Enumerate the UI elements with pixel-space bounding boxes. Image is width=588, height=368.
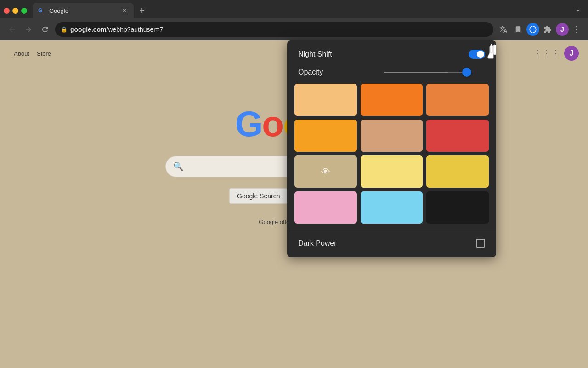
opacity-slider-container xyxy=(384,72,485,73)
night-shift-popup: Night Shift xyxy=(287,40,496,257)
color-swatch-6[interactable]: 👁 xyxy=(294,155,357,188)
url-bar[interactable]: 🔒 google.com/webhp?authuser=7 xyxy=(55,22,493,37)
dark-power-label: Dark Power xyxy=(298,239,337,247)
google-user-avatar[interactable]: J xyxy=(564,46,579,61)
window-controls xyxy=(4,8,27,14)
browser-chrome: G Google ✕ + 🔒 google.com/webhp?authuser… xyxy=(0,0,588,40)
lock-icon: 🔒 xyxy=(61,26,68,33)
color-swatch-7[interactable] xyxy=(361,155,423,188)
nav-about[interactable]: About xyxy=(14,50,29,57)
swatch-eye-icon: 👁 xyxy=(321,167,330,177)
close-button[interactable] xyxy=(4,8,10,14)
tab-list-button[interactable] xyxy=(571,4,584,17)
google-grid-icon[interactable]: ⋮⋮⋮ xyxy=(533,48,560,59)
color-swatch-5[interactable] xyxy=(426,120,489,152)
forward-button[interactable] xyxy=(22,23,35,36)
url-path: /webhp?authuser=7 xyxy=(107,26,163,33)
opacity-label: Opacity xyxy=(298,68,323,76)
color-swatch-1[interactable] xyxy=(361,84,423,116)
search-icon: 🔍 xyxy=(173,161,183,172)
nav-store[interactable]: Store xyxy=(37,50,51,57)
google-nav-right: ⋮⋮⋮ J xyxy=(533,46,579,61)
minimize-button[interactable] xyxy=(12,8,18,14)
menu-button[interactable]: ⋮ xyxy=(571,24,582,34)
svg-rect-1 xyxy=(493,45,496,55)
color-swatch-3[interactable] xyxy=(294,120,357,152)
google-nav-left: About Store xyxy=(9,50,51,57)
reload-button[interactable] xyxy=(39,23,51,36)
slider-fill xyxy=(384,72,448,73)
color-swatch-9[interactable] xyxy=(294,191,357,224)
logo-o1: o xyxy=(262,103,283,145)
color-swatch-0[interactable] xyxy=(294,84,357,116)
tab-bar: G Google ✕ + xyxy=(0,0,588,18)
tab-title: Google xyxy=(49,7,117,14)
back-button[interactable] xyxy=(6,23,18,36)
url-domain: google.com xyxy=(70,26,107,33)
night-shift-row: Night Shift xyxy=(287,40,496,66)
slider-track xyxy=(384,72,467,73)
bookmark-button[interactable] xyxy=(512,23,525,36)
night-shift-label: Night Shift xyxy=(298,50,332,58)
profile-avatar[interactable]: J xyxy=(556,23,569,36)
extensions-button[interactable] xyxy=(541,23,554,36)
opacity-row: Opacity xyxy=(287,66,496,84)
tab-close-button[interactable]: ✕ xyxy=(121,7,128,14)
night-shift-toggle[interactable] xyxy=(469,50,485,59)
address-bar: 🔒 google.com/webhp?authuser=7 J ⋮ xyxy=(0,18,588,40)
slider-thumb[interactable] xyxy=(462,68,471,77)
extension-active-button[interactable] xyxy=(526,23,539,36)
color-swatch-8[interactable] xyxy=(426,155,489,188)
toggle-knob xyxy=(477,51,484,58)
color-swatch-2[interactable] xyxy=(426,84,489,116)
color-grid: 👁 xyxy=(287,84,496,224)
translate-button[interactable] xyxy=(497,23,510,36)
active-tab[interactable]: G Google ✕ xyxy=(33,3,134,18)
dark-power-checkbox[interactable] xyxy=(476,239,485,248)
dark-power-row: Dark Power xyxy=(287,231,496,250)
page-content: About Store ⋮⋮⋮ J G o o g l e 🔍 🎤 Google… xyxy=(0,40,588,368)
svg-text:G: G xyxy=(38,7,42,14)
color-swatch-4[interactable] xyxy=(361,120,423,152)
toolbar-icons: J ⋮ xyxy=(497,23,582,36)
night-shift-toggle-area xyxy=(469,50,485,59)
color-swatch-10[interactable] xyxy=(361,191,423,224)
tab-favicon: G xyxy=(38,7,45,14)
maximize-button[interactable] xyxy=(21,8,27,14)
logo-g: G xyxy=(235,103,262,145)
new-tab-button[interactable]: + xyxy=(136,4,148,17)
color-swatch-11[interactable] xyxy=(426,191,489,224)
google-search-button[interactable]: Google Search xyxy=(229,188,288,204)
url-text: google.com/webhp?authuser=7 xyxy=(70,26,488,33)
